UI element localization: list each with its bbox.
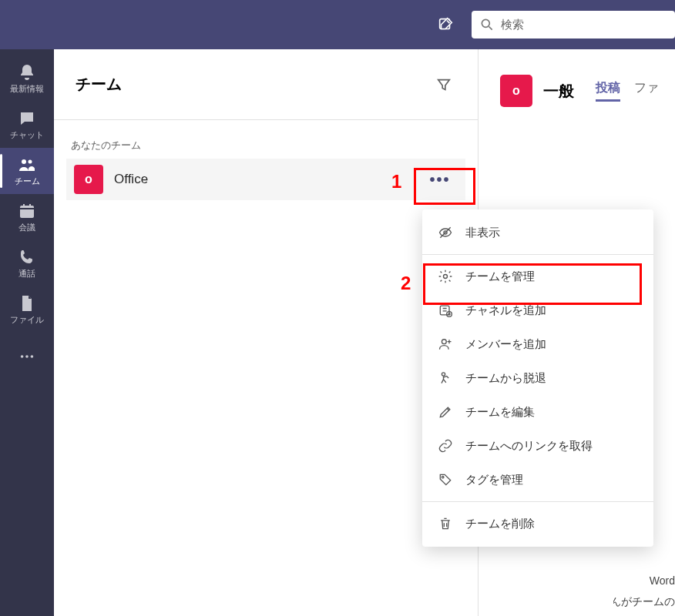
- menu-add-member[interactable]: メンバーを追加: [422, 327, 653, 361]
- menu-separator: [422, 254, 653, 255]
- filter-button[interactable]: [432, 72, 456, 97]
- channel-header: o 一般 投稿 ファ: [500, 72, 675, 109]
- menu-manage-tags[interactable]: タグを管理: [422, 463, 653, 497]
- chat-icon: [18, 109, 36, 128]
- app-rail: 最新情報 チャット チーム 会議 通話 ファイル: [0, 49, 54, 616]
- menu-manage-team[interactable]: チームを管理: [422, 259, 653, 293]
- teams-header: チーム: [54, 49, 478, 120]
- svg-point-1: [482, 19, 489, 27]
- menu-label: 非表示: [465, 226, 500, 240]
- rail-activity[interactable]: 最新情報: [0, 55, 54, 102]
- search-input[interactable]: 検索: [472, 11, 675, 38]
- svg-rect-4: [20, 206, 34, 218]
- menu-label: チームを管理: [465, 270, 535, 284]
- leave-icon: [438, 370, 453, 386]
- tab-posts[interactable]: 投稿: [596, 80, 620, 102]
- svg-point-3: [29, 159, 32, 163]
- msg-word: Word: [650, 574, 675, 587]
- rail-more[interactable]: [0, 337, 54, 376]
- menu-hide[interactable]: 非表示: [422, 216, 653, 249]
- rail-calls[interactable]: 通話: [0, 240, 54, 286]
- svg-point-7: [31, 355, 34, 358]
- search-placeholder: 検索: [501, 18, 524, 32]
- your-teams-label: あなたのチーム: [66, 139, 465, 152]
- menu-label: チームを削除: [465, 517, 535, 531]
- team-context-menu: 非表示 チームを管理 チャネルを追加 メンバーを追加 チームから脱退 チームを編…: [422, 209, 653, 547]
- team-row[interactable]: o Office •••: [66, 159, 465, 200]
- menu-label: チームから脱退: [465, 371, 546, 386]
- rail-label: 最新情報: [10, 83, 44, 95]
- top-bar: 検索: [0, 0, 675, 49]
- team-name: Office: [114, 172, 148, 187]
- svg-point-15: [442, 476, 444, 478]
- svg-point-10: [444, 275, 448, 279]
- teams-panel: チーム あなたのチーム o Office •••: [54, 49, 479, 616]
- file-icon: [18, 294, 36, 313]
- rail-label: 通話: [18, 268, 35, 280]
- rail-calendar[interactable]: 会議: [0, 194, 54, 240]
- teams-title: チーム: [76, 74, 122, 95]
- svg-point-2: [22, 159, 26, 164]
- compose-button[interactable]: [432, 11, 459, 38]
- link-icon: [438, 438, 453, 454]
- menu-label: チームへのリンクを取得: [465, 439, 593, 454]
- menu-label: メンバーを追加: [465, 337, 546, 352]
- team-avatar: o: [74, 165, 103, 194]
- phone-icon: [18, 248, 36, 266]
- menu-separator: [422, 501, 653, 502]
- rail-label: ファイル: [10, 314, 44, 326]
- rail-label: チャット: [10, 129, 44, 141]
- ellipsis-icon: •••: [429, 171, 450, 189]
- pencil-icon: [438, 404, 453, 420]
- bell-icon: [18, 63, 36, 82]
- rail-teams[interactable]: チーム: [0, 148, 54, 194]
- ellipsis-icon: [18, 348, 35, 365]
- menu-add-channel[interactable]: チャネルを追加: [422, 293, 653, 327]
- tag-icon: [438, 472, 453, 487]
- search-icon: [479, 17, 495, 32]
- menu-edit-team[interactable]: チームを編集: [422, 395, 653, 429]
- rail-chat[interactable]: チャット: [0, 102, 54, 148]
- add-member-icon: [438, 336, 453, 352]
- add-channel-icon: [438, 303, 453, 318]
- team-more-button[interactable]: •••: [422, 164, 458, 195]
- svg-point-13: [442, 340, 446, 344]
- message-snippets: Word Excel さんがチームの: [613, 574, 675, 610]
- menu-get-link[interactable]: チームへのリンクを取得: [422, 429, 653, 463]
- trash-icon: [438, 516, 453, 531]
- rail-files[interactable]: ファイル: [0, 286, 54, 333]
- svg-rect-11: [440, 306, 449, 315]
- calendar-icon: [18, 202, 36, 220]
- msg-excel: Excel さんがチームの: [613, 595, 675, 609]
- rail-label: チーム: [15, 176, 40, 187]
- menu-delete-team[interactable]: チームを削除: [422, 507, 653, 541]
- rail-label: 会議: [18, 222, 35, 233]
- menu-label: チームを編集: [465, 405, 535, 420]
- hide-icon: [438, 225, 453, 240]
- filter-icon: [435, 76, 452, 93]
- compose-icon: [437, 16, 454, 33]
- menu-label: タグを管理: [465, 473, 523, 487]
- teams-icon: [18, 156, 36, 174]
- gear-icon: [438, 269, 453, 284]
- annotation-label-1: 1: [391, 171, 401, 192]
- annotation-label-2: 2: [401, 273, 411, 294]
- channel-title: 一般: [543, 81, 574, 102]
- svg-point-14: [442, 373, 445, 376]
- tab-files[interactable]: ファ: [634, 80, 659, 102]
- svg-point-5: [21, 355, 24, 358]
- svg-point-6: [25, 355, 29, 358]
- menu-label: チャネルを追加: [465, 303, 546, 318]
- channel-avatar: o: [500, 75, 532, 107]
- menu-leave-team[interactable]: チームから脱退: [422, 361, 653, 395]
